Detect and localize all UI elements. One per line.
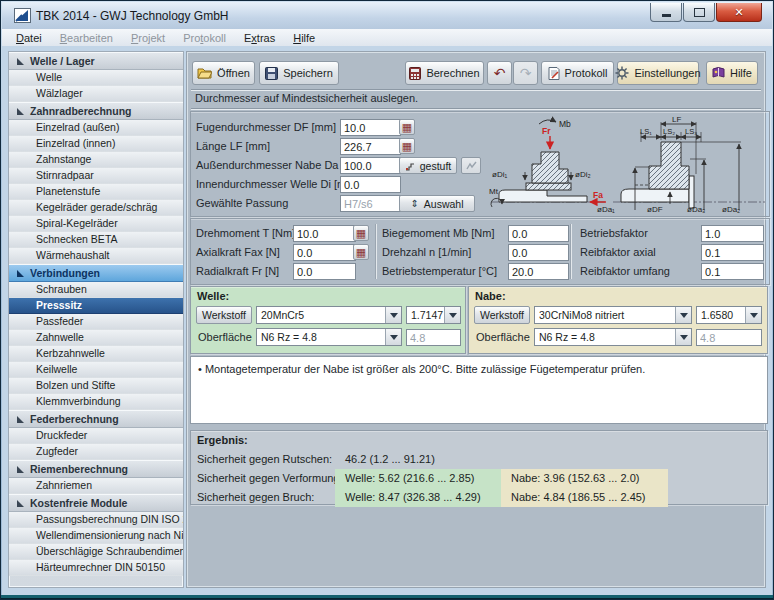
nabe-werkstoff-button[interactable]: Werkstoff — [474, 306, 530, 324]
welle-surface-select[interactable]: N6 Rz = 4.8 — [256, 328, 402, 346]
title-bar[interactable]: TBK 2014 - GWJ Technology GmbH ✕ — [2, 2, 772, 29]
nav-item-passfeder[interactable]: Passfeder — [9, 314, 183, 330]
svg-text:øDi₂: øDi₂ — [575, 170, 591, 179]
nav-item-kegelraeder[interactable]: Kegelräder gerade/schräg — [9, 200, 183, 216]
nav-item-schrauben[interactable]: Schrauben — [9, 282, 183, 298]
menu-hilfe[interactable]: Hilfe — [284, 31, 324, 45]
nav-item-zahnstange[interactable]: Zahnstange — [9, 152, 183, 168]
nav-item-einzelrad-innen[interactable]: Einzelrad (innen) — [9, 136, 183, 152]
verformung-welle-value: Welle: 5.62 (216.6 ... 2.85) — [335, 469, 501, 488]
nav-item-stirnradpaar[interactable]: Stirnradpaar — [9, 168, 183, 184]
diagram-preview-button[interactable] — [461, 157, 481, 174]
warning-message: • Montagetemperatur der Nabe ist größer … — [198, 363, 645, 375]
nav-section-federberechnung[interactable]: Federberechnung — [9, 410, 183, 428]
bruch-label: Sicherheit gegen Bruch: — [197, 488, 314, 507]
window-bottom-edge — [1, 595, 773, 599]
nav-section-verbindungen[interactable]: Verbindungen — [9, 264, 183, 282]
minimize-button[interactable] — [650, 3, 682, 22]
radialkraft-input[interactable] — [293, 263, 356, 280]
drehmoment-calc-button[interactable]: ▦ — [353, 225, 369, 241]
welle-werkstoff-button[interactable]: Werkstoff — [196, 306, 252, 324]
close-button[interactable]: ✕ — [716, 3, 762, 22]
svg-text:LF: LF — [672, 115, 681, 124]
nav-item-schnecken[interactable]: Schnecken BETA — [9, 232, 183, 248]
chevron-down-icon — [444, 307, 460, 323]
maximize-icon — [694, 8, 705, 17]
nav-item-planetenstufe[interactable]: Planetenstufe — [9, 184, 183, 200]
save-button[interactable]: Speichern — [259, 61, 339, 85]
results-panel: Ergebnis: Sicherheit gegen Rutschen: 46.… — [190, 430, 768, 505]
calculator-icon — [409, 67, 421, 80]
betriebsfaktor-input[interactable] — [701, 225, 764, 242]
reibfaktor-axial-input[interactable] — [701, 244, 764, 261]
laenge-calc-button[interactable]: ▦ — [399, 138, 415, 154]
nav-item-haerteumrechner[interactable]: Härteumrechner DIN 50150 — [9, 560, 183, 576]
nav-section-welle-lager[interactable]: Welle / Lager — [9, 52, 183, 70]
redo-button[interactable]: ↷ — [513, 61, 538, 85]
auswahl-button[interactable]: ⇕ Auswahl — [399, 195, 475, 212]
nav-item-keilwelle[interactable]: Keilwelle — [9, 362, 183, 378]
undo-arrow-icon: ↶ — [494, 66, 506, 80]
chevron-down-icon — [745, 307, 761, 323]
menu-datei[interactable]: Datei — [7, 31, 51, 45]
menu-extras[interactable]: Extras — [235, 31, 284, 45]
warning-message-box: • Montagetemperatur der Nabe ist größer … — [190, 356, 768, 424]
help-button[interactable]: Hilfe — [706, 61, 758, 85]
nabe-roughness-field — [696, 329, 762, 346]
menu-bearbeiten[interactable]: Bearbeiten — [51, 31, 122, 45]
reibfaktor-umfang-input[interactable] — [701, 263, 764, 280]
nav-item-zugfeder[interactable]: Zugfeder — [9, 444, 183, 460]
axialkraft-input[interactable] — [293, 244, 356, 261]
nav-item-schraubendimensionierung[interactable]: Überschlägige Schraubendimens... — [9, 544, 183, 560]
welle-panel: Welle: Werkstoff 20MnCr5 1.7147 Oberfläc… — [190, 286, 466, 354]
calculator-grid-icon: ▦ — [356, 228, 366, 239]
axialkraft-calc-button[interactable]: ▦ — [353, 244, 369, 260]
nav-item-zahnwelle[interactable]: Zahnwelle — [9, 330, 183, 346]
nav-item-wellendimensionierung[interactable]: Wellendimensionierung nach Nie... — [9, 528, 183, 544]
laenge-input[interactable] — [340, 138, 401, 155]
open-button[interactable]: Öffnen — [192, 61, 255, 85]
nav-item-zahnriemen[interactable]: Zahnriemen — [9, 478, 183, 494]
nabe-surface-select[interactable]: N6 Rz = 4.8 — [534, 328, 692, 346]
calculate-button[interactable]: Berechnen — [405, 61, 484, 85]
menu-projekt[interactable]: Projekt — [122, 31, 174, 45]
nav-item-klemmverbindung[interactable]: Klemmverbindung — [9, 394, 183, 410]
drehmoment-input[interactable] — [293, 225, 356, 242]
drehmoment-label: Drehmoment T [Nm] — [196, 227, 295, 239]
settings-button[interactable]: Einstellungen — [617, 61, 699, 85]
nabe-material-number-select[interactable]: 1.6580 — [696, 306, 762, 324]
nav-section-riemenberechnung[interactable]: Riemenberechnung — [9, 460, 183, 478]
reibfaktor-axial-label: Reibfaktor axial — [580, 246, 656, 258]
nav-item-druckfeder[interactable]: Druckfeder — [9, 428, 183, 444]
drehzahl-input[interactable] — [508, 244, 569, 261]
gestuft-button[interactable]: gestuft — [399, 157, 457, 174]
welle-material-number-select[interactable]: 1.7147 — [406, 306, 461, 324]
nav-item-waermehaushalt[interactable]: Wärmehaushalt — [9, 248, 183, 264]
nav-section-kostenfreie-module[interactable]: Kostenfreie Module — [9, 494, 183, 512]
welle-material-select[interactable]: 20MnCr5 — [256, 306, 402, 324]
nav-item-waelzlager[interactable]: Wälzlager — [9, 86, 183, 102]
betriebsfaktor-label: Betriebsfaktor — [580, 227, 648, 239]
protocol-button[interactable]: Protokoll — [541, 61, 614, 85]
biegemoment-input[interactable] — [508, 225, 569, 242]
fugendurchmesser-calc-button[interactable]: ▦ — [399, 119, 415, 135]
bruch-nabe-value: Nabe: 4.84 (186.55 ... 2.45) — [501, 488, 668, 507]
aussendurchmesser-input[interactable] — [340, 157, 401, 174]
nav-item-kerbzahnwelle[interactable]: Kerbzahnwelle — [9, 346, 183, 362]
nav-item-welle[interactable]: Welle — [9, 70, 183, 86]
nav-item-bolzen-stifte[interactable]: Bolzen und Stifte — [9, 378, 183, 394]
nav-item-spiral-kegelraeder[interactable]: Spiral-Kegelräder — [9, 216, 183, 232]
betriebstemperatur-input[interactable] — [508, 263, 569, 280]
nav-item-presssitz[interactable]: Presssitz — [9, 298, 183, 314]
nav-item-einzelrad-aussen[interactable]: Einzelrad (außen) — [9, 120, 183, 136]
nabe-material-select[interactable]: 30CrNiMo8 nitriert — [534, 306, 692, 324]
maximize-button[interactable] — [683, 3, 715, 22]
nav-section-zahnradberechnung[interactable]: Zahnradberechnung — [9, 102, 183, 120]
nav-item-passungsberechnung[interactable]: Passungsberechnung DIN ISO 286 — [9, 512, 183, 528]
undo-button[interactable]: ↶ — [487, 61, 512, 85]
fugendurchmesser-input[interactable] — [340, 119, 401, 136]
innendurchmesser-input[interactable] — [340, 176, 401, 193]
biegemoment-label: Biegemoment Mb [Nm] — [382, 227, 494, 239]
menu-protokoll[interactable]: Protokoll — [174, 31, 235, 45]
svg-text:LS₃: LS₃ — [685, 127, 697, 136]
